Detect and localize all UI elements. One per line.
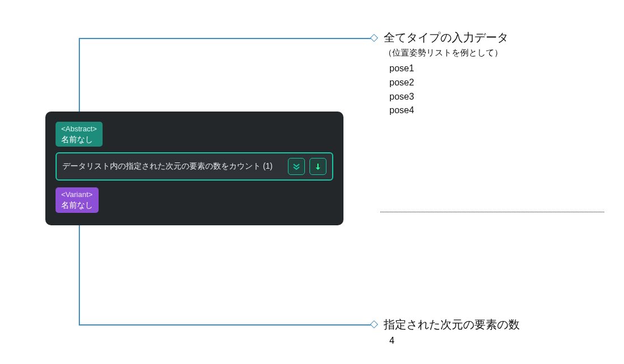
annotation-input-list: pose1 pose2 pose3 pose4 xyxy=(389,62,508,118)
annotation-output: 指定された次元の要素の数 4 xyxy=(384,317,520,346)
annotation-output-value: 4 xyxy=(389,336,520,346)
connector-bottom-vertical xyxy=(79,219,80,324)
expand-chevrons-icon xyxy=(292,162,301,171)
instruction-text: データリスト内の指定された次元の要素の数をカウント (1) xyxy=(62,161,283,172)
annotation-input: 全てタイプの入力データ （位置姿勢リストを例として） pose1 pose2 p… xyxy=(384,30,508,118)
expand-all-button[interactable] xyxy=(288,158,305,175)
annotation-input-subtitle: （位置姿勢リストを例として） xyxy=(384,48,508,58)
list-item: pose3 xyxy=(389,90,508,104)
down-arrow-button[interactable] xyxy=(309,158,326,175)
connector-bottom-horizontal xyxy=(79,324,374,326)
instruction-row[interactable]: データリスト内の指定された次元の要素の数をカウント (1) xyxy=(56,152,333,181)
abstract-name-label: 名前なし xyxy=(61,135,93,144)
list-item: pose1 xyxy=(389,62,508,76)
down-arrow-icon xyxy=(314,162,322,170)
node-panel: <Abstract> 名前なし データリスト内の指定された次元の要素の数をカウン… xyxy=(45,112,343,225)
connector-top-horizontal xyxy=(79,38,374,39)
svg-marker-1 xyxy=(316,168,320,170)
diamond-marker-bottom-right xyxy=(370,320,378,328)
list-item: pose2 xyxy=(389,76,508,90)
dotted-separator xyxy=(380,212,604,212)
variant-type-label: <Variant> xyxy=(61,190,93,200)
abstract-input-tag[interactable]: <Abstract> 名前なし xyxy=(56,122,103,147)
annotation-input-title: 全てタイプの入力データ xyxy=(384,30,508,45)
variant-name-label: 名前なし xyxy=(61,200,93,209)
variant-output-tag[interactable]: <Variant> 名前なし xyxy=(56,187,99,212)
diamond-marker-top-right xyxy=(370,34,378,42)
abstract-type-label: <Abstract> xyxy=(61,124,97,134)
list-item: pose4 xyxy=(389,104,508,118)
connector-top-vertical xyxy=(79,38,80,123)
annotation-output-title: 指定された次元の要素の数 xyxy=(384,317,520,332)
